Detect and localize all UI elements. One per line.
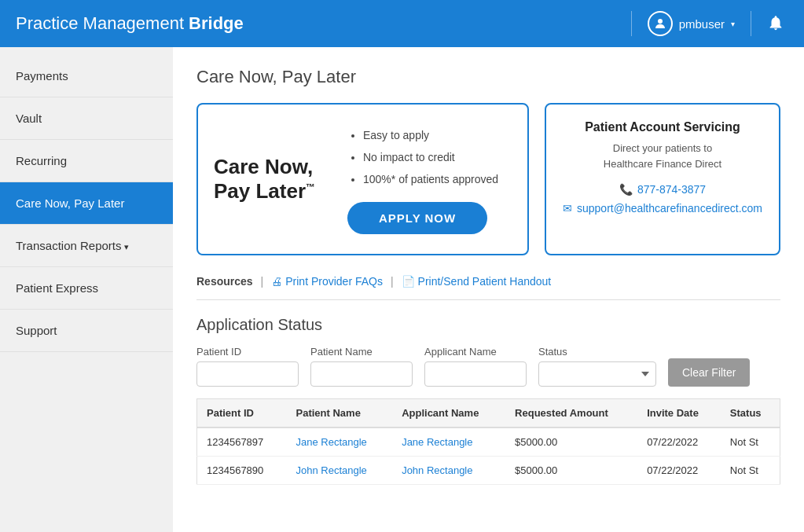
status-label: Status (538, 346, 656, 358)
email-contact: ✉ support@healthcarefinancedirect.com (562, 202, 763, 215)
sep-1: | (261, 275, 264, 288)
care-now-pay-later-card: Care Now, Pay Later™ Easy to apply No im… (196, 103, 529, 255)
applicant-name-label: Applicant Name (424, 346, 527, 358)
patient-name-label: Patient Name (310, 346, 413, 358)
applicant-name-filter-group: Applicant Name (424, 346, 527, 387)
patient-id-filter-group: Patient ID (196, 346, 299, 387)
application-status-title: Application Status (196, 316, 780, 334)
feature-3: 100%* of patients approved (363, 168, 498, 190)
cell-invite-date-0: 07/22/2022 (637, 427, 721, 457)
col-status: Status (721, 399, 780, 428)
card-right-subtitle: Direct your patients to Healthcare Finan… (562, 141, 763, 171)
brand: Practice Management Bridge (16, 13, 244, 34)
sidebar-item-recurring[interactable]: Recurring (0, 140, 173, 182)
cell-patient-id-1: 1234567890 (197, 457, 287, 485)
filter-row: Patient ID Patient Name Applicant Name S… (196, 346, 780, 387)
email-link[interactable]: support@healthcarefinancedirect.com (577, 202, 762, 215)
cell-applicant-name-1[interactable]: John Rectangle (392, 457, 505, 485)
cell-patient-id-0: 1234567897 (197, 427, 287, 457)
apply-now-button[interactable]: APPLY NOW (347, 202, 487, 234)
col-patient-id: Patient ID (197, 399, 287, 428)
page-title: Care Now, Pay Later (196, 67, 780, 87)
cell-applicant-name-0[interactable]: Jane Rectangle (392, 427, 505, 457)
sidebar: Payments Vault Recurring Care Now, Pay L… (0, 47, 173, 532)
logo-line2: Pay Later (214, 179, 306, 203)
card-right-title: Patient Account Servicing (562, 120, 763, 134)
brand-text: Practice Management (16, 13, 189, 33)
cards-row: Care Now, Pay Later™ Easy to apply No im… (196, 103, 780, 255)
col-requested-amount: Requested Amount (505, 399, 637, 428)
clear-filter-button[interactable]: Clear Filter (668, 358, 750, 387)
phone-icon: 📞 (619, 183, 633, 196)
col-invite-date: Invite Date (637, 399, 721, 428)
bell-icon[interactable] (763, 14, 788, 34)
header: Practice Management Bridge pmbuser ▾ (0, 0, 804, 47)
sidebar-item-care-now-pay-later[interactable]: Care Now, Pay Later (0, 182, 173, 225)
patient-name-filter-group: Patient Name (310, 346, 413, 387)
print-patient-handout-link[interactable]: 📄 Print/Send Patient Handout (402, 275, 552, 288)
header-right: pmbuser ▾ (631, 11, 788, 36)
resources-label: Resources (196, 275, 253, 288)
application-status-section: Application Status Patient ID Patient Na… (196, 316, 780, 485)
user-avatar-icon (648, 11, 673, 36)
print-handout-icon: 📄 (402, 275, 415, 288)
status-filter-group: Status Approved Pending Declined Not Sta… (538, 346, 656, 387)
app-layout: Payments Vault Recurring Care Now, Pay L… (0, 47, 804, 532)
logo-sup: ™ (306, 182, 315, 193)
card-logo: Care Now, Pay Later™ (214, 155, 332, 204)
cell-patient-name-0[interactable]: Jane Rectangle (287, 427, 393, 457)
phone-link[interactable]: 877-874-3877 (637, 183, 706, 196)
sidebar-item-patient-express[interactable]: Patient Express (0, 267, 173, 310)
svg-point-0 (658, 19, 663, 24)
patient-id-input[interactable] (196, 361, 299, 387)
table-row: 1234567897 Jane Rectangle Jane Rectangle… (197, 427, 780, 457)
cell-requested-amount-0: $5000.00 (505, 427, 637, 457)
card-features-list: Easy to apply No impact to credit 100%* … (347, 124, 498, 190)
col-patient-name: Patient Name (287, 399, 393, 428)
col-applicant-name: Applicant Name (392, 399, 505, 428)
sidebar-item-transaction-reports[interactable]: Transaction Reports (0, 225, 173, 267)
cell-status-0: Not St (721, 427, 780, 457)
application-status-table: Patient ID Patient Name Applicant Name R… (196, 398, 780, 485)
sidebar-item-payments[interactable]: Payments (0, 55, 173, 97)
card-left-content: Easy to apply No impact to credit 100%* … (347, 124, 498, 234)
user-chevron-icon: ▾ (731, 20, 735, 28)
patient-account-servicing-card: Patient Account Servicing Direct your pa… (545, 103, 780, 255)
sidebar-item-support[interactable]: Support (0, 310, 173, 352)
print-faqs-icon: 🖨 (271, 275, 282, 288)
logo-line1: Care Now, (214, 155, 313, 178)
table-header-row: Patient ID Patient Name Applicant Name R… (197, 399, 780, 428)
sidebar-item-vault[interactable]: Vault (0, 97, 173, 140)
patient-id-label: Patient ID (196, 346, 299, 358)
feature-2: No impact to credit (363, 146, 498, 168)
print-provider-faqs-link[interactable]: 🖨 Print Provider FAQs (271, 275, 383, 288)
applicant-name-input[interactable] (424, 361, 527, 387)
phone-contact: 📞 877-874-3877 (562, 183, 763, 196)
patient-name-input[interactable] (310, 361, 413, 387)
status-select[interactable]: Approved Pending Declined Not Started (538, 361, 656, 387)
sep-2: | (391, 275, 394, 288)
table-row: 1234567890 John Rectangle John Rectangle… (197, 457, 780, 485)
cell-status-1: Not St (721, 457, 780, 485)
cell-patient-name-1[interactable]: John Rectangle (287, 457, 393, 485)
main-content: Care Now, Pay Later Care Now, Pay Later™… (173, 47, 804, 532)
email-icon: ✉ (563, 202, 572, 215)
user-menu[interactable]: pmbuser ▾ (631, 11, 751, 36)
cell-requested-amount-1: $5000.00 (505, 457, 637, 485)
user-name-label: pmbuser (679, 17, 725, 31)
feature-1: Easy to apply (363, 124, 498, 146)
brand-bold: Bridge (189, 13, 244, 33)
resources-bar: Resources | 🖨 Print Provider FAQs | 📄 Pr… (196, 275, 780, 300)
cell-invite-date-1: 07/22/2022 (637, 457, 721, 485)
